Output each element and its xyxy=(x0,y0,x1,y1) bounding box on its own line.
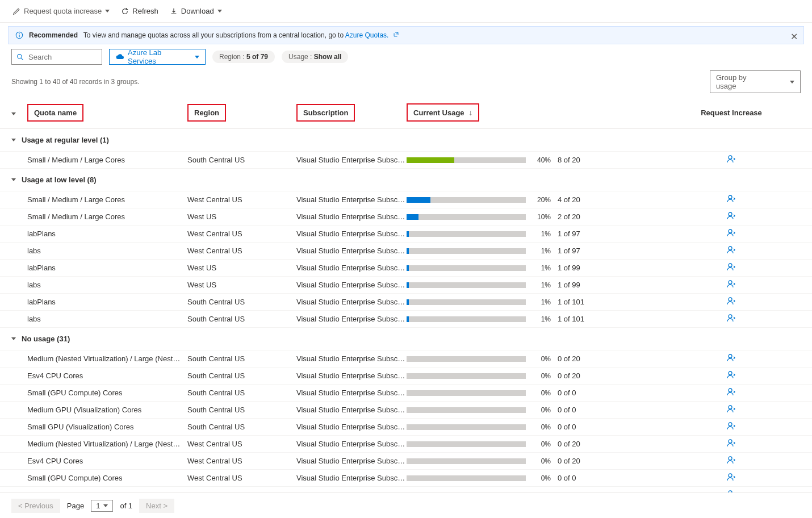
col-subscription[interactable]: Subscription xyxy=(296,104,355,122)
quota-cell: 4 of 20 xyxy=(554,195,662,204)
request-increase-button[interactable] xyxy=(727,407,736,415)
request-increase-button[interactable] xyxy=(727,248,736,256)
col-request-increase[interactable]: Request Increase xyxy=(701,108,762,117)
usage-bar xyxy=(407,248,526,254)
usage-filter[interactable]: Usage : Show all xyxy=(282,51,348,63)
usage-bar xyxy=(407,316,526,322)
group-by-label: Group by usage xyxy=(716,73,767,90)
quota-name: Small / Medium / Large Cores xyxy=(27,212,187,221)
group-header[interactable]: No usage (31) xyxy=(0,328,812,350)
table-row: Small (GPU Compute) CoresWest Central US… xyxy=(0,470,812,487)
usage-cell: 1% xyxy=(407,315,554,323)
quota-table: Quota name Region Subscription Current U… xyxy=(0,95,812,492)
request-cell xyxy=(662,194,801,205)
chevron-down-icon xyxy=(105,10,110,12)
table-row: labPlansWest Central USVisual Studio Ent… xyxy=(0,225,812,243)
request-increase-button[interactable] xyxy=(727,458,736,466)
close-banner-button[interactable]: ✕ xyxy=(790,31,798,42)
subscription-cell: Visual Studio Enterprise Subscri... xyxy=(296,491,407,492)
request-increase-button[interactable] xyxy=(727,316,736,324)
provider-label: Azure Lab Services xyxy=(128,48,190,65)
request-increase-button[interactable] xyxy=(727,197,736,205)
request-increase-button[interactable] xyxy=(727,265,736,273)
request-cell xyxy=(662,279,801,290)
usage-pct: 1% xyxy=(531,230,551,238)
quota-cell: 0 of 0 xyxy=(554,474,662,482)
pencil-icon xyxy=(12,7,20,15)
region-cell: South Central US xyxy=(187,406,296,414)
group-title: No usage (31) xyxy=(22,335,70,343)
usage-bar xyxy=(407,475,526,481)
region-filter[interactable]: Region : 5 of 79 xyxy=(212,51,275,63)
provider-select[interactable]: Azure Lab Services xyxy=(109,49,206,65)
status-row: Showing 1 to 40 of 40 records in 3 group… xyxy=(0,69,812,95)
usage-pct: 1% xyxy=(531,298,551,306)
download-button[interactable]: Download xyxy=(169,5,223,18)
request-increase-button[interactable] xyxy=(727,475,736,483)
request-increase-button[interactable] xyxy=(727,424,736,432)
col-current-usage[interactable]: Current Usage ↓ xyxy=(407,103,479,122)
group-by-select[interactable]: Group by usage xyxy=(710,70,801,93)
quota-cell: 0 of 20 xyxy=(554,457,662,465)
usage-bar xyxy=(407,373,526,379)
search-input[interactable] xyxy=(27,52,97,62)
usage-cell: 0% xyxy=(407,389,554,397)
expand-all-toggle[interactable] xyxy=(11,112,16,115)
prev-page-button[interactable]: < Previous xyxy=(11,499,60,513)
request-increase-button[interactable] xyxy=(727,282,736,290)
usage-cell: 0% xyxy=(407,457,554,465)
group-header[interactable]: Usage at regular level (1) xyxy=(0,129,812,152)
page-select[interactable]: 1 xyxy=(91,500,113,512)
request-cell xyxy=(662,211,801,222)
col-region[interactable]: Region xyxy=(187,104,226,122)
request-increase-button[interactable] xyxy=(727,157,736,165)
col-quota-name[interactable]: Quota name xyxy=(27,104,83,122)
table-row: Small / Medium / Large CoresSouth Centra… xyxy=(0,152,812,169)
search-input-wrap[interactable] xyxy=(11,49,102,65)
quota-name: labs xyxy=(27,247,187,255)
usage-pct: 20% xyxy=(531,196,551,204)
quota-cell: 1 of 99 xyxy=(554,264,662,272)
usage-pct: 0% xyxy=(531,440,551,448)
svg-point-4 xyxy=(729,156,732,159)
usage-cell: 20% xyxy=(407,196,554,204)
request-increase-button[interactable] xyxy=(727,356,736,364)
request-increase-button[interactable] xyxy=(727,231,736,239)
chevron-down-icon xyxy=(790,81,794,83)
request-increase-button[interactable] xyxy=(727,214,736,222)
request-quota-button[interactable]: Request quota increase xyxy=(11,5,111,18)
quota-name: Medium (Nested Virtualization) / Large (… xyxy=(27,354,187,363)
usage-pill-value: Show all xyxy=(314,53,342,61)
next-page-button[interactable]: Next > xyxy=(139,499,174,513)
usage-pct: 1% xyxy=(531,247,551,255)
col-quota-name-label: Quota name xyxy=(34,108,77,117)
toolbar: Request quota increase Refresh Download xyxy=(0,0,812,23)
svg-rect-2 xyxy=(19,35,19,37)
refresh-label: Refresh xyxy=(132,7,158,15)
table-body[interactable]: Usage at regular level (1)Small / Medium… xyxy=(0,129,812,492)
subscription-cell: Visual Studio Enterprise Subscri... xyxy=(296,440,407,448)
chevron-down-icon xyxy=(11,178,16,181)
region-pill-value: 5 of 79 xyxy=(246,53,268,61)
request-increase-button[interactable] xyxy=(727,390,736,398)
usage-pct: 1% xyxy=(531,281,551,289)
request-increase-button[interactable] xyxy=(727,492,736,492)
col-subscription-label: Subscription xyxy=(303,108,348,117)
quota-cell: 1 of 97 xyxy=(554,229,662,238)
table-row: Medium GPU (Visualization) CoresWest Cen… xyxy=(0,487,812,492)
refresh-button[interactable]: Refresh xyxy=(120,5,160,18)
request-increase-button[interactable] xyxy=(727,441,736,449)
col-current-usage-label: Current Usage xyxy=(413,108,464,117)
request-cell xyxy=(662,314,801,324)
request-increase-button[interactable] xyxy=(727,373,736,381)
quota-cell: 0 of 0 xyxy=(554,423,662,431)
table-row: Esv4 CPU CoresWest Central USVisual Stud… xyxy=(0,453,812,470)
region-cell: West Central US xyxy=(187,440,296,448)
usage-pct: 0% xyxy=(531,372,551,380)
azure-quotas-link[interactable]: Azure Quotas. xyxy=(345,31,389,39)
request-increase-button[interactable] xyxy=(727,299,736,307)
group-header[interactable]: Usage at low level (8) xyxy=(0,169,812,191)
pagination: < Previous Page 1 of 1 Next > xyxy=(0,492,812,518)
region-cell: South Central US xyxy=(187,156,296,164)
banner-text: Recommended To view and manage quotas ac… xyxy=(29,31,399,39)
